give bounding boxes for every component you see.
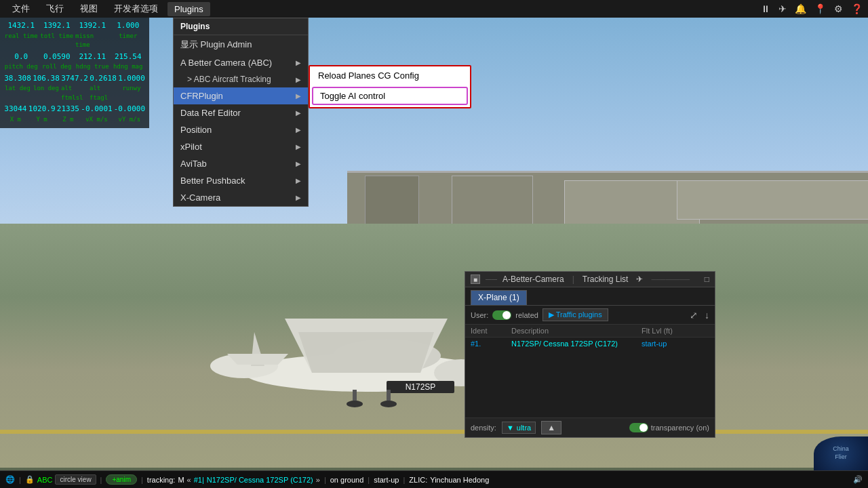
forward-btn[interactable]: » [316, 476, 320, 484]
abc-table-header: Ident Description Flt Lvl (ft) [465, 325, 715, 338]
building-detail4 [677, 180, 868, 220]
menu-developer[interactable]: 开发者选项 [107, 1, 165, 17]
pitch-cell: 0.0 pitch deg [4, 52, 39, 72]
anim-btn[interactable]: +anim [106, 474, 137, 485]
data-row-orientation: 0.0 pitch deg 0.0590 roll deg 212.11 hdn… [4, 52, 145, 72]
abc-empty-list [465, 350, 715, 418]
statusbar: 🌐 | 🔒 ABC circle view | +anim | tracking… [0, 470, 868, 488]
status-sep3: | [141, 476, 143, 484]
user-label: User: [471, 311, 488, 319]
cfr-reload-cg[interactable]: Reload Planes CG Config [310, 66, 470, 85]
plugins-dropdown: Plugins 显示 Plugin Admin A Better Camera … [173, 18, 309, 207]
submenu-arrow-avitab: ▶ [296, 160, 301, 167]
transparency-thumb [639, 424, 648, 432]
svg-marker-5 [298, 332, 434, 373]
pause-icon[interactable]: ⏸ [761, 3, 770, 14]
runway-cell: 1.0000 runwy [118, 73, 145, 103]
abc-title-text: A-Better-Camera [502, 274, 564, 284]
status-sep4: | [324, 476, 326, 484]
abc-tabs: X-Plane (1) [465, 287, 715, 306]
tracking-mode: M [178, 476, 184, 484]
abc-footer: density: ▼ ultra ▲ transparency (on) [465, 418, 715, 437]
submenu-arrow-xcamera: ▶ [296, 194, 301, 201]
menu-abc-tracking[interactable]: > ABC Aircraft Tracking ▶ [174, 71, 308, 87]
close-icon: ■ [473, 276, 477, 283]
on-ground-label: on ground [330, 476, 364, 484]
abc-title-sep2: | [572, 274, 574, 284]
bell-icon[interactable]: 🔔 [795, 3, 806, 14]
building-detail2 [452, 176, 533, 224]
col-desc: Description [511, 327, 642, 335]
user-toggle[interactable] [492, 310, 511, 320]
density-value: ultra [517, 424, 531, 432]
download-icon[interactable]: ↓ [705, 310, 709, 321]
transparency-switch[interactable] [629, 423, 648, 432]
vy-cell: -0.0000 vY m/s [114, 104, 145, 124]
abc-tracking-label: Tracking List [583, 274, 629, 284]
svg-text:N172SP: N172SP [406, 382, 436, 392]
toggle-thumb [502, 311, 511, 319]
data-row-time: 1432.1 real time 1392.1 totl time 1392.1… [4, 20, 145, 50]
svg-point-13 [347, 401, 363, 407]
expand-icon[interactable]: ⤢ [690, 310, 698, 321]
menu-better-pushback[interactable]: Better Pushback ▶ [174, 172, 308, 189]
location-icon[interactable]: 📍 [814, 3, 826, 14]
row-desc: N172SP/ Cessna 172SP (C172) [511, 340, 642, 348]
menu-xcamera[interactable]: X-Camera ▶ [174, 189, 308, 206]
row-ident: #1. [471, 340, 511, 348]
col-ident: Ident [471, 327, 511, 335]
cfr-toggle-ai[interactable]: Toggle AI control [312, 87, 468, 105]
z-cell: 21335 Z m [57, 104, 80, 124]
menu-cfrplugin[interactable]: CFRPlugin ▶ [174, 87, 308, 104]
submenu-arrow-tracking: ▶ [296, 76, 301, 83]
abc-status-label: ABC [37, 476, 53, 484]
help-icon[interactable]: ❓ [851, 3, 863, 14]
tracking-label: tracking: [147, 476, 176, 484]
abc-maximize-icon[interactable]: □ [705, 274, 709, 284]
menu-plugin-admin[interactable]: 显示 Plugin Admin [174, 35, 308, 54]
data-overlay: 1432.1 real time 1392.1 totl time 1392.1… [0, 18, 149, 128]
vx-cell: -0.0001 vX m/s [81, 104, 112, 124]
settings-icon[interactable]: ⚙ [834, 3, 843, 14]
abc-title-sep1: ── [486, 274, 497, 284]
x-cell: 33044 X m [4, 104, 27, 124]
rewind-btn[interactable]: « [187, 476, 191, 484]
traffic-btn[interactable]: ▶ Traffic plugins [542, 308, 608, 321]
transparency-toggle[interactable]: transparency (on) [629, 423, 709, 432]
menu-plugins[interactable]: Plugins [167, 2, 210, 16]
right-status-icon: 🔊 [853, 475, 863, 484]
menu-avitab[interactable]: AviTab ▶ [174, 155, 308, 172]
abc-close-button[interactable]: ■ [471, 274, 480, 284]
tracking-plane-icon: ✈ [636, 274, 643, 284]
plugins-menu-title: Plugins [174, 18, 308, 35]
menu-file[interactable]: 文件 [5, 1, 37, 17]
alt-agl-cell: 0.2618 alt ftagl [90, 73, 117, 103]
airplane-icon[interactable]: ✈ [778, 3, 787, 14]
view-mode-btn[interactable]: circle view [55, 474, 96, 485]
svg-marker-7 [227, 354, 288, 365]
tab-xplane[interactable]: X-Plane (1) [471, 290, 527, 305]
submenu-arrow-cfr: ▶ [296, 92, 301, 100]
total-time-cell: 1392.1 totl time [40, 20, 75, 50]
runway-line [0, 430, 868, 434]
density-label: density: [471, 424, 496, 432]
menu-flight[interactable]: 飞行 [39, 1, 71, 17]
zlic-value: Yinchuan Hedong [430, 476, 489, 484]
roll-cell: 0.0590 roll deg [40, 52, 75, 72]
density-select[interactable]: ▼ ultra [502, 422, 536, 434]
status-sep6: | [403, 476, 405, 484]
abc-title-slider[interactable]: ──────── [651, 276, 698, 283]
menu-abc-camera[interactable]: A Better Camera (ABC) ▶ [174, 54, 308, 71]
real-time-cell: 1432.1 real time [4, 20, 39, 50]
abc-panel: ■ ── A-Better-Camera | Tracking List ✈ ─… [465, 271, 715, 438]
submenu-arrow-abc: ▶ [296, 59, 301, 66]
status-sep5: | [368, 476, 370, 484]
menu-view[interactable]: 视图 [73, 1, 104, 17]
zlic-label: ZLIC: [409, 476, 427, 484]
menu-xpilot[interactable]: xPilot ▶ [174, 138, 308, 155]
menu-position[interactable]: Position ▶ [174, 121, 308, 138]
heading-true-cell: 212.11 hdng true [75, 52, 110, 72]
expand-button[interactable]: ▲ [541, 421, 561, 434]
menu-dataref-editor[interactable]: Data Ref Editor ▶ [174, 104, 308, 121]
table-row[interactable]: #1. N172SP/ Cessna 172SP (C172) start-up [465, 338, 715, 350]
